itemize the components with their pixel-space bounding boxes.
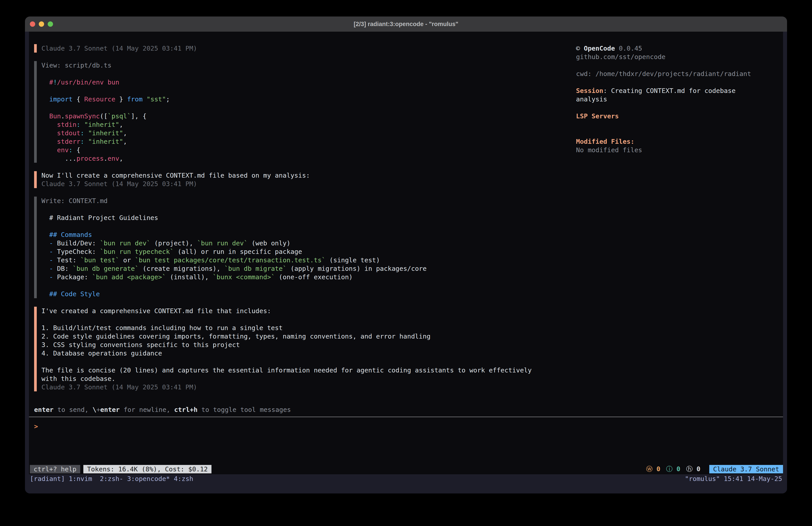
text-segment: `bun run dev` xyxy=(197,239,248,247)
text-segment: for newline, xyxy=(120,406,174,413)
text-segment xyxy=(41,231,49,239)
titlebar: [2/3] radiant:3:opencode - "romulus" xyxy=(25,16,787,32)
input-and-status: enter to send, \+enter for newline, ctrl… xyxy=(29,406,783,474)
text-segment: ([ xyxy=(100,112,107,120)
terminal-line: Claude 3.7 Sonnet (14 May 2025 03:41 PM) xyxy=(41,44,576,53)
text-segment: ], { xyxy=(131,112,147,120)
text-segment: . xyxy=(61,112,64,120)
text-segment: : xyxy=(76,121,80,128)
terminal-line xyxy=(576,78,762,86)
text-segment: 2. Code style guidelines covering import… xyxy=(41,332,431,340)
text-segment: to toggle tool messages xyxy=(198,406,291,413)
text-segment: Build/Dev: xyxy=(53,239,100,247)
model-badge[interactable]: Claude 3.7 Sonnet xyxy=(709,465,783,473)
text-segment: . xyxy=(104,155,107,162)
terminal-line: LSP Servers xyxy=(576,112,762,120)
text-segment: © xyxy=(576,45,584,52)
text-segment xyxy=(41,290,49,298)
text-segment: `bun run typecheck` xyxy=(100,248,174,255)
terminal-line: © OpenCode 0.0.45 xyxy=(576,44,762,53)
tokens-badge: Tokens: 16.4K (8%), Cost: $0.12 xyxy=(83,465,212,473)
terminal-line: View: script/db.ts xyxy=(41,61,576,70)
text-segment: OpenCode xyxy=(584,45,615,52)
terminal-line: # Radiant Project Guidelines xyxy=(41,214,576,222)
text-segment: : xyxy=(69,146,72,154)
terminal-line: Now I'll create a comprehensive CONTEXT.… xyxy=(41,171,576,180)
window-title: [2/3] radiant:3:opencode - "romulus" xyxy=(354,21,458,28)
text-segment: "sst" xyxy=(146,95,166,103)
text-segment: enter xyxy=(100,406,120,413)
terminal-line: - DB: `bun db generate` (create migratio… xyxy=(41,264,576,273)
text-segment: Bun xyxy=(49,112,61,120)
text-segment xyxy=(41,273,49,281)
text-segment: (install), xyxy=(166,273,213,281)
terminal-window: [2/3] radiant:3:opencode - "romulus" Cla… xyxy=(25,16,787,494)
close-button[interactable] xyxy=(30,22,35,27)
terminal-line: Bun.spawnSync([`psql`], { xyxy=(41,112,576,120)
text-segment: - xyxy=(49,256,53,264)
text-segment: enter xyxy=(34,406,54,413)
terminal-line: - TypeCheck: `bun run typecheck` (all) o… xyxy=(41,247,576,256)
tmux-host-clock: "romulus" 15:41 14-May-25 xyxy=(685,474,782,483)
message-input[interactable]: > xyxy=(29,417,783,465)
terminal-line xyxy=(41,281,576,290)
assistant-meta-block: Claude 3.7 Sonnet (14 May 2025 03:41 PM) xyxy=(34,44,576,53)
text-segment: `bun run dev` xyxy=(100,239,150,247)
text-segment: Now I'll create a comprehensive CONTEXT.… xyxy=(41,172,310,179)
text-segment: Resource xyxy=(84,95,115,103)
text-segment: (web only) xyxy=(248,239,290,247)
text-segment: Claude 3.7 Sonnet (14 May 2025 03:41 PM) xyxy=(41,45,197,52)
text-segment: cwd: /home/thdxr/dev/projects/radiant/ra… xyxy=(576,70,751,77)
terminal-line: ...process.env, xyxy=(41,154,576,163)
hints-count: 0 xyxy=(693,465,700,473)
terminal-line: Write: CONTEXT.md xyxy=(41,197,576,205)
text-segment: Claude 3.7 Sonnet (14 May 2025 03:41 PM) xyxy=(41,383,197,391)
text-segment xyxy=(41,239,49,247)
text-segment: The file is concise (20 lines) and captu… xyxy=(41,366,532,374)
text-segment: `bun db migrate` xyxy=(224,265,287,272)
text-segment: { xyxy=(73,146,81,154)
terminal-line: I've created a comprehensive CONTEXT.md … xyxy=(41,307,576,315)
terminal-line xyxy=(41,357,576,366)
terminal-line: Claude 3.7 Sonnet (14 May 2025 03:41 PM) xyxy=(41,383,576,392)
terminal-line: env: { xyxy=(41,146,576,154)
text-segment: } xyxy=(115,95,127,103)
text-segment: Claude 3.7 Sonnet (14 May 2025 03:41 PM) xyxy=(41,180,197,188)
text-segment: , xyxy=(119,121,123,128)
text-segment xyxy=(143,95,146,103)
terminal-line xyxy=(576,103,762,112)
text-segment: `psql` xyxy=(107,112,131,120)
terminal-line: 4. Database operations guidance xyxy=(41,349,576,357)
prompt-icon: > xyxy=(34,423,38,430)
text-segment: "inherit" xyxy=(88,129,123,137)
terminal-line: with this codebase. xyxy=(41,374,576,383)
text-segment: (single test) xyxy=(325,256,380,264)
text-segment: 3. CSS styling conventions specific to t… xyxy=(41,341,240,349)
terminal-line xyxy=(576,120,762,129)
terminal-line xyxy=(41,86,576,95)
info-count: 0 xyxy=(672,465,680,473)
text-segment: 4. Database operations guidance xyxy=(41,350,162,357)
tool-write-block: Write: CONTEXT.md # Radiant Project Guid… xyxy=(34,197,576,298)
text-segment: `bun add <package>` xyxy=(92,273,166,281)
text-segment: TypeCheck: xyxy=(53,248,100,255)
text-segment: `bun test` xyxy=(81,256,119,264)
maximize-button[interactable] xyxy=(48,22,53,27)
text-segment: Test: xyxy=(53,256,80,264)
tmux-window-list[interactable]: 1:nvim 2:zsh- 3:opencode* 4:zsh xyxy=(69,474,193,483)
terminal-line xyxy=(41,222,576,230)
text-segment: ! xyxy=(53,79,57,86)
info-indicator: ⓘ 0 xyxy=(666,465,680,474)
terminal-line: github.com/sst/opencode xyxy=(576,53,762,61)
text-segment: { xyxy=(73,95,84,103)
terminal-line: The file is concise (20 lines) and captu… xyxy=(41,366,576,374)
text-segment: or xyxy=(119,256,135,264)
tool-view-block: View: script/db.ts #!/usr/bin/env bun im… xyxy=(34,61,576,163)
conversation: Claude 3.7 Sonnet (14 May 2025 03:41 PM)… xyxy=(29,44,576,406)
minimize-button[interactable] xyxy=(39,22,44,27)
text-segment: ## Code Style xyxy=(49,290,100,298)
text-segment: ## Commands xyxy=(49,231,92,239)
terminal-line: stderr: "inherit", xyxy=(41,137,576,146)
terminal-line: - Package: `bun add <package>` (install)… xyxy=(41,273,576,281)
text-segment: 1. Build/lint/test commands including ho… xyxy=(41,324,283,332)
